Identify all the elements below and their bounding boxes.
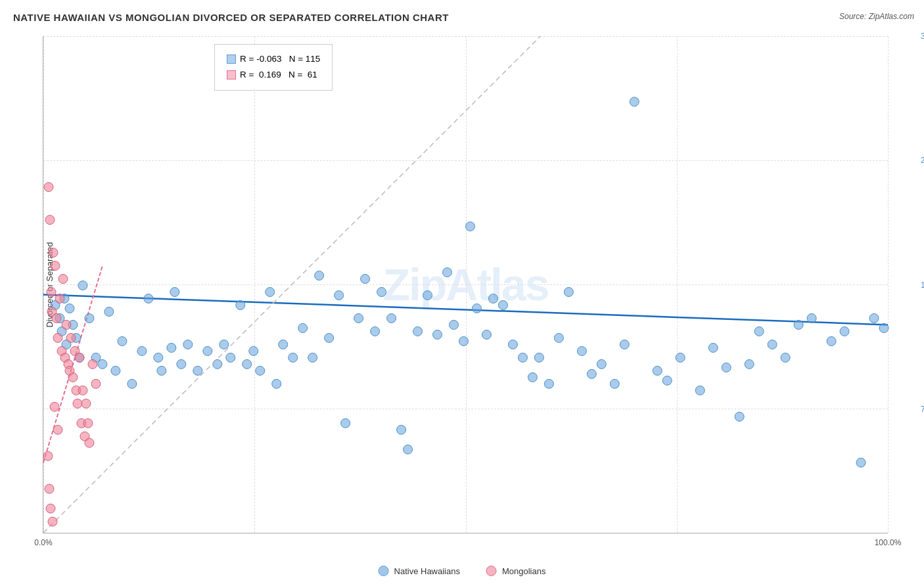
svg-point-86 xyxy=(768,340,777,349)
svg-point-89 xyxy=(807,313,816,323)
svg-point-73 xyxy=(597,359,606,369)
svg-point-32 xyxy=(236,300,245,309)
svg-point-18 xyxy=(127,379,137,388)
svg-point-27 xyxy=(193,366,202,375)
svg-point-51 xyxy=(397,425,406,434)
svg-point-120 xyxy=(81,399,91,408)
x-tick-0: 0.0% xyxy=(34,538,52,547)
svg-point-62 xyxy=(488,294,497,303)
blue-r-value: R = -0.063 N = 115 xyxy=(240,51,320,67)
svg-point-49 xyxy=(377,287,386,296)
legend-item-blue: Native Hawaiians xyxy=(379,566,460,576)
svg-point-24 xyxy=(170,287,179,296)
legend-item-pink: Mongolians xyxy=(486,566,546,576)
svg-point-29 xyxy=(213,359,222,369)
y-label-22: 22.5% xyxy=(921,156,924,165)
bottom-legend: Native Hawaiians Mongolians xyxy=(379,566,546,576)
svg-point-78 xyxy=(662,376,672,385)
svg-point-10 xyxy=(78,281,87,290)
svg-point-57 xyxy=(450,320,459,329)
svg-point-55 xyxy=(433,330,442,339)
svg-point-91 xyxy=(840,327,849,336)
svg-point-21 xyxy=(154,353,163,362)
svg-point-99 xyxy=(49,248,58,258)
svg-point-118 xyxy=(78,386,87,395)
svg-point-80 xyxy=(695,386,705,395)
svg-point-96 xyxy=(44,183,53,192)
source-label: Source: ZipAtlas.com xyxy=(839,12,914,21)
svg-point-39 xyxy=(289,353,298,362)
svg-point-38 xyxy=(279,340,288,349)
svg-point-104 xyxy=(55,294,64,303)
svg-point-35 xyxy=(256,366,265,375)
svg-point-15 xyxy=(104,307,114,316)
svg-point-93 xyxy=(869,313,879,323)
svg-point-129 xyxy=(88,359,97,369)
svg-point-43 xyxy=(325,333,334,342)
svg-point-47 xyxy=(361,275,370,284)
svg-point-116 xyxy=(75,353,84,362)
blue-circle-icon xyxy=(379,566,389,576)
svg-point-6 xyxy=(65,304,74,313)
svg-point-66 xyxy=(528,372,537,382)
svg-point-28 xyxy=(203,346,212,355)
svg-point-65 xyxy=(518,353,527,362)
svg-point-44 xyxy=(335,290,344,300)
svg-point-60 xyxy=(472,304,481,313)
svg-point-126 xyxy=(48,517,57,526)
svg-point-97 xyxy=(45,215,55,225)
svg-point-58 xyxy=(459,336,469,346)
svg-point-53 xyxy=(413,327,423,336)
pink-circle-icon xyxy=(486,566,497,576)
svg-point-20 xyxy=(144,294,153,303)
svg-point-81 xyxy=(708,343,718,352)
svg-point-54 xyxy=(423,290,432,300)
svg-point-108 xyxy=(62,320,71,329)
svg-point-14 xyxy=(98,359,107,369)
svg-point-69 xyxy=(554,333,563,342)
svg-point-88 xyxy=(794,320,803,329)
svg-point-83 xyxy=(735,412,744,421)
svg-point-23 xyxy=(167,343,176,352)
svg-point-115 xyxy=(73,399,82,408)
svg-point-77 xyxy=(653,366,662,375)
svg-point-121 xyxy=(83,418,93,428)
svg-point-74 xyxy=(610,379,619,388)
svg-point-71 xyxy=(577,346,586,355)
svg-point-98 xyxy=(47,287,56,296)
svg-point-63 xyxy=(498,300,507,309)
svg-point-75 xyxy=(620,340,629,349)
svg-point-26 xyxy=(183,340,193,349)
scatter-plot xyxy=(43,36,888,533)
svg-point-87 xyxy=(781,353,790,362)
svg-point-41 xyxy=(308,353,317,362)
svg-point-70 xyxy=(564,287,573,296)
svg-point-68 xyxy=(544,379,553,388)
svg-point-125 xyxy=(46,504,55,513)
svg-point-64 xyxy=(508,340,517,349)
svg-point-46 xyxy=(354,313,363,323)
svg-point-56 xyxy=(443,268,452,277)
svg-line-0 xyxy=(43,294,888,325)
svg-point-17 xyxy=(118,336,127,346)
x-tick-100: 100.0% xyxy=(875,538,902,547)
svg-point-106 xyxy=(58,275,68,284)
pink-r-value: R = 0.169 N = 61 xyxy=(240,67,317,83)
y-label-30: 30.0% xyxy=(921,32,924,41)
svg-point-127 xyxy=(53,425,62,434)
svg-point-59 xyxy=(466,222,475,231)
svg-point-76 xyxy=(630,97,639,106)
svg-point-50 xyxy=(387,313,396,323)
svg-point-101 xyxy=(51,261,60,271)
svg-point-79 xyxy=(676,353,685,362)
svg-point-30 xyxy=(219,340,229,349)
svg-point-19 xyxy=(137,346,147,355)
blue-legend-square xyxy=(227,55,236,64)
svg-point-122 xyxy=(85,438,94,447)
svg-point-37 xyxy=(272,379,281,388)
svg-point-72 xyxy=(587,369,596,378)
svg-point-22 xyxy=(157,366,166,375)
svg-point-45 xyxy=(341,418,350,428)
svg-point-112 xyxy=(68,372,78,382)
legend-label-pink: Mongolians xyxy=(502,566,546,576)
